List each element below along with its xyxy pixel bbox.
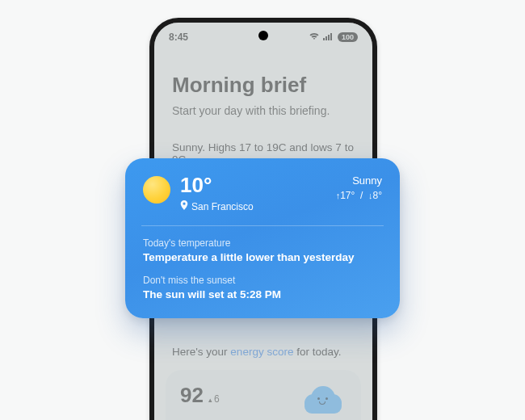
weather-low: 8° bbox=[373, 190, 382, 201]
page-title: Morning brief bbox=[172, 73, 355, 98]
weather-section1-text: Temperature a little lower than yesterda… bbox=[143, 251, 382, 263]
weather-temp: 10° bbox=[180, 174, 254, 195]
sun-icon bbox=[143, 176, 170, 204]
energy-intro: Here's your energy score for today. bbox=[172, 346, 355, 358]
weather-high: 17° bbox=[340, 190, 355, 201]
energy-intro-prefix: Here's your bbox=[172, 346, 230, 358]
energy-intro-suffix: for today. bbox=[293, 346, 341, 358]
energy-card-left: 92 6 bbox=[180, 383, 220, 408]
energy-score-link[interactable]: energy score bbox=[230, 346, 293, 358]
weather-condition: Sunny bbox=[336, 174, 382, 187]
energy-score-value: 92 bbox=[180, 383, 204, 408]
energy-card[interactable]: 92 6 bbox=[166, 370, 361, 420]
page-subtitle: Start your day with this briefing. bbox=[172, 104, 355, 117]
energy-mood-icon bbox=[304, 386, 342, 414]
weather-range: ↑17° / ↓8° bbox=[336, 190, 382, 201]
weather-card-header: 10° San Francisco Sunny ↑17° / ↓8° bbox=[143, 174, 382, 212]
svg-rect-3 bbox=[330, 33, 332, 40]
weather-section2-text: The sun will set at 5:28 PM bbox=[143, 288, 382, 300]
energy-score-delta: 6 bbox=[208, 393, 220, 405]
weather-location: San Francisco bbox=[191, 201, 254, 212]
svg-rect-2 bbox=[328, 35, 330, 40]
location-pin-icon bbox=[180, 200, 188, 212]
battery-pill: 100 bbox=[338, 32, 358, 42]
front-camera bbox=[258, 31, 268, 40]
svg-rect-0 bbox=[323, 38, 325, 40]
svg-rect-1 bbox=[326, 36, 327, 40]
wifi-icon bbox=[309, 32, 320, 43]
weather-section2-label: Don't miss the sunset bbox=[143, 275, 382, 286]
status-right: 100 bbox=[309, 32, 358, 43]
weather-section1-label: Today's temperature bbox=[143, 237, 382, 249]
weather-divider bbox=[141, 225, 384, 226]
page-content: Morning brief Start your day with this b… bbox=[154, 47, 372, 166]
status-time: 8:45 bbox=[169, 32, 188, 43]
weather-card[interactable]: 10° San Francisco Sunny ↑17° / ↓8° Today… bbox=[125, 158, 400, 318]
signal-icon bbox=[323, 32, 334, 43]
